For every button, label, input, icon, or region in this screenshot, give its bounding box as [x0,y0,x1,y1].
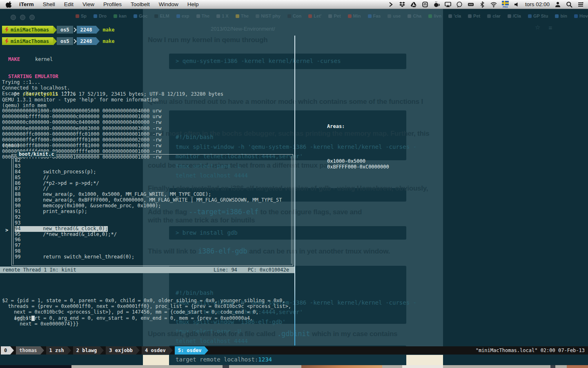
caffeine-coffee-icon[interactable] [433,1,440,8]
shell-prompt-2[interactable]: miniMacThomas os5 2248 make [2,37,114,45]
bookmark-item[interactable]: clar [487,13,501,18]
source-file-title: boot/kinit.c [17,151,56,157]
source-line: 89 new_area(p, 0xBFFFF000, 0xC0000000, M… [15,197,290,203]
source-line: 96 [15,237,290,243]
menu-item[interactable]: Shell [43,1,55,7]
memory-map-row: 00000000ffeff000-00000000fff01000 000000… [2,137,161,143]
tmux-window-tab[interactable]: 3 exjobb [106,346,142,355]
gdb-prompt: (gdb) [14,315,29,321]
inline-code-gdbinit: .gdbinit [277,330,310,338]
keystroke-visualizer-icon[interactable] [468,1,474,8]
menu-item[interactable]: Edit [64,1,74,7]
bookmark-item[interactable]: use [388,13,401,18]
google-drive-icon[interactable] [410,1,417,8]
qemu-prompt[interactable]: (qemu) [2,143,20,148]
bookmark-favicon [468,14,472,18]
typed-command: make [103,27,115,33]
chat-bubble-icon[interactable] [456,1,463,8]
active-app-name[interactable]: iTerm [19,1,34,7]
apple-menu-icon[interactable] [6,1,13,8]
menubar-chevron-icon[interactable] [388,1,394,8]
line-number: 98 [15,249,25,254]
menu-item[interactable]: Help [187,1,199,7]
line-number: 85 [15,175,25,181]
page-margin-fragment [406,355,443,366]
line-number: 92 [15,215,25,220]
notification-center-icon[interactable] [577,1,584,8]
bluetooth-icon[interactable] [479,1,486,8]
bookmark-item[interactable]: ELM [154,13,169,18]
source-line: 95 /*new_thread(&_idle,0);*/ [15,232,290,238]
tmux-pane-divider[interactable] [294,36,295,346]
star-icon[interactable]: ☆ [535,24,540,31]
bookmark-favicon [287,14,291,18]
minimize-window-icon[interactable] [20,15,25,20]
source-line: 83 [15,164,290,169]
bookmark-item[interactable]: livn [428,13,441,18]
menu-item[interactable]: Window [159,1,178,7]
bookmark-item[interactable]: The [236,13,249,18]
spotlight-search-icon[interactable] [566,1,572,8]
wifi-icon[interactable] [490,1,497,8]
tmux-window-tab[interactable]: thomas [16,346,46,355]
bookmark-item[interactable]: Dro [94,13,107,18]
bookmark-item[interactable]: NIST phy [256,13,281,18]
shell-prompt-1[interactable]: miniMacThomas os5 2248 make [2,26,114,34]
background-photo-fragment [567,365,588,368]
bookmark-item[interactable]: Fas [368,13,381,18]
background-window-fragment [402,365,443,368]
tmux-window-tab[interactable]: 5: osdev [175,346,211,355]
source-line: 82 [15,158,290,164]
menu-item[interactable]: Profiles [103,1,122,7]
background-window-fragment [223,365,229,368]
bookmark-item[interactable]: /Cla [508,13,521,18]
input-language-flag-icon[interactable]: PRO [502,1,509,8]
browser-traffic-lights[interactable] [11,15,35,20]
bookmark-item[interactable]: The [196,13,210,18]
tmux-window-tab[interactable]: 4 osdev [142,346,175,355]
bookmark-item[interactable]: kan [114,13,127,18]
current-line-marker: > [5,227,8,233]
user-switch-icon[interactable] [555,1,561,8]
line-code: /*new_thread(&_idle,0);*/ [25,231,117,237]
bookmark-item[interactable]: exp [176,13,189,18]
text-cursor [31,316,35,321]
menu-item[interactable]: View [82,1,94,7]
tmux-window-tab[interactable]: 1 zsh [46,346,73,355]
bookmark-item[interactable]: Pet [328,13,341,18]
tmux-status-bar: 0 thomas 1 zsh 2 blawg 3 exjobb 4 osdev … [0,346,588,355]
close-window-icon[interactable] [11,15,16,20]
bookmark-item[interactable]: 'cla [448,13,461,18]
dropbox-icon[interactable] [399,1,405,8]
browser-menu-icon[interactable]: ≡ [548,24,552,31]
powerline-arrow-icon [169,346,173,355]
source-line: 94 new_thread(&_clock,0); [15,226,290,232]
tmux-window-tab[interactable]: 0 [1,346,16,355]
bookmark-item[interactable]: Hov [574,13,588,18]
bookmark-item[interactable]: Con [287,13,301,18]
tmux-window-tab[interactable]: 2 blawg [73,346,106,355]
bookmark-item[interactable]: Goc [134,13,147,18]
prompt-user: miniMacThomas [11,38,49,44]
volume-icon[interactable] [514,1,520,8]
zoom-window-icon[interactable] [29,15,35,20]
powerline-arrow-icon [67,346,71,355]
clipboard-app-icon[interactable] [422,1,428,8]
source-line: 84 switch_process(p); [15,169,290,175]
bookmark-item[interactable]: Sp [76,13,87,18]
line-code: new_area(p, 0x1000, 0x5000, MM_FLAG_WRIT… [25,191,211,197]
bookmark-item[interactable]: Pet [468,13,480,18]
bookmark-item[interactable]: Let' [308,13,321,18]
menu-item[interactable]: Toolbelt [131,1,150,7]
gdb-prompt-line[interactable]: (gdb) [2,310,35,327]
bookmark-item[interactable]: GP Stu [528,13,548,18]
bookmark-item[interactable]: Min [348,13,361,18]
bookmark-item[interactable]: bin [555,13,567,18]
menubar-clock[interactable]: tors 02:00 [525,1,550,7]
powerline-arrow-icon [40,346,44,355]
browser-address-text[interactable]: 2013/02/New-Environment/ [211,26,275,32]
bookmark-item[interactable]: Cha [408,13,421,18]
source-line: 99 return switch_kernel_thread(0); [15,254,290,260]
airplay-display-icon[interactable] [445,1,451,8]
bookmark-item[interactable]: 1 X [216,13,229,18]
